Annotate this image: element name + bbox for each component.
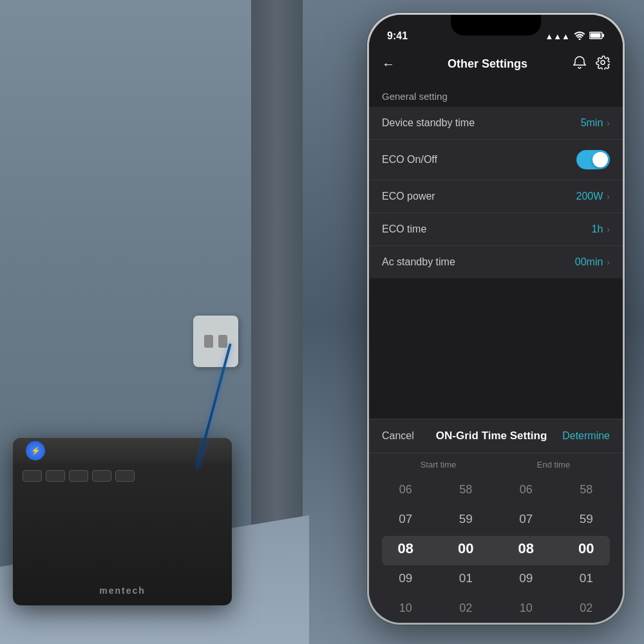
start-time-label: Start time bbox=[382, 460, 495, 469]
phone-inner: 9:41 ▲▲▲ bbox=[369, 15, 623, 623]
start-min-58: 58 bbox=[436, 475, 497, 504]
start-hour-06: 06 bbox=[375, 475, 436, 504]
nav-bar: ← Other Settings bbox=[369, 47, 623, 80]
start-hour-09: 09 bbox=[375, 564, 436, 593]
ps-port bbox=[115, 470, 135, 482]
start-hour-column[interactable]: 06 07 08 09 10 bbox=[375, 475, 436, 623]
start-min-00: 00 bbox=[436, 534, 497, 564]
setting-value-eco-time: 1h bbox=[592, 223, 603, 235]
brand-label: mentech bbox=[99, 585, 146, 596]
cancel-button[interactable]: Cancel bbox=[382, 430, 421, 442]
status-icons: ▲▲▲ bbox=[545, 31, 605, 42]
start-min-01: 01 bbox=[436, 564, 497, 593]
sheet-title: ON-Grid Time Setting bbox=[421, 430, 562, 442]
end-min-58: 58 bbox=[556, 475, 617, 504]
page-title: Other Settings bbox=[402, 57, 573, 71]
end-min-01: 01 bbox=[556, 564, 617, 593]
setting-value-eco-power: 200W bbox=[576, 191, 603, 202]
end-min-59: 59 bbox=[556, 504, 617, 534]
section-title: General setting bbox=[382, 91, 448, 102]
sheet-header: Cancel ON-Grid Time Setting Determine bbox=[369, 419, 623, 453]
ps-body bbox=[13, 464, 232, 488]
settings-icon[interactable] bbox=[596, 55, 610, 73]
toggle-knob bbox=[592, 152, 608, 167]
back-button[interactable]: ← bbox=[382, 57, 395, 71]
determine-button[interactable]: Determine bbox=[562, 430, 610, 442]
battery-icon bbox=[589, 32, 605, 41]
outlet-holes bbox=[204, 335, 227, 348]
setting-value-ac-standby: 00min bbox=[575, 256, 603, 268]
chevron-icon-ac-standby: › bbox=[607, 257, 610, 267]
phone-frame: 9:41 ▲▲▲ bbox=[367, 13, 625, 625]
end-hour-08: 08 bbox=[496, 534, 556, 564]
start-hour-10: 10 bbox=[375, 593, 436, 623]
setting-label-eco-toggle: ECO On/Off bbox=[382, 154, 576, 166]
end-hour-column[interactable]: 06 07 08 09 10 bbox=[496, 475, 556, 623]
nav-icons bbox=[573, 55, 610, 73]
end-minute-column[interactable]: 58 59 00 01 02 bbox=[556, 475, 617, 623]
setting-row-ac-standby[interactable]: Ac standby time 00min › bbox=[369, 246, 623, 278]
setting-label-ac-standby: Ac standby time bbox=[382, 256, 575, 268]
eco-toggle[interactable] bbox=[576, 150, 610, 169]
chevron-icon-standby: › bbox=[607, 118, 610, 128]
start-min-59: 59 bbox=[436, 504, 497, 534]
chevron-icon-eco-time: › bbox=[607, 224, 610, 234]
svg-rect-2 bbox=[591, 33, 601, 38]
end-min-00: 00 bbox=[556, 534, 617, 564]
screen-content: General setting Device standby time 5min… bbox=[369, 80, 623, 623]
setting-row-eco-toggle[interactable]: ECO On/Off bbox=[369, 140, 623, 180]
settings-list: Device standby time 5min › ECO On/Off bbox=[369, 107, 623, 278]
start-min-02: 02 bbox=[436, 593, 497, 623]
start-hour-08: 08 bbox=[375, 534, 436, 564]
end-hour-09: 09 bbox=[496, 564, 556, 593]
signal-icon: ▲▲▲ bbox=[545, 32, 570, 41]
end-hour-07: 07 bbox=[496, 504, 556, 534]
end-hour-06: 06 bbox=[496, 475, 556, 504]
svg-point-3 bbox=[601, 61, 605, 64]
bottom-sheet: Cancel ON-Grid Time Setting Determine St… bbox=[369, 419, 623, 623]
notch bbox=[451, 15, 541, 35]
bell-icon[interactable] bbox=[573, 55, 587, 73]
end-time-label: End time bbox=[497, 460, 610, 469]
setting-label-eco-time: ECO time bbox=[382, 223, 592, 235]
wifi-icon bbox=[574, 31, 585, 42]
setting-row-eco-power[interactable]: ECO power 200W › bbox=[369, 180, 623, 213]
ps-port bbox=[23, 470, 42, 482]
section-header: General setting bbox=[369, 80, 623, 107]
ps-indicator: ⚡ bbox=[26, 441, 45, 460]
time-picker-area: Start time End time 06 07 bbox=[369, 453, 623, 623]
time-cols-header: Start time End time bbox=[375, 460, 616, 475]
ps-port bbox=[92, 470, 111, 482]
outlet-hole-right bbox=[218, 335, 227, 348]
outlet-hole-left bbox=[204, 335, 213, 348]
setting-row-eco-time[interactable]: ECO time 1h › bbox=[369, 213, 623, 246]
end-min-02: 02 bbox=[556, 593, 617, 623]
setting-value-standby: 5min bbox=[581, 117, 603, 129]
time-picker-grid[interactable]: 06 07 08 09 10 58 59 bbox=[375, 475, 616, 623]
ps-port bbox=[69, 470, 88, 482]
time-picker-wrapper: 06 07 08 09 10 58 59 bbox=[375, 475, 616, 623]
ps-port bbox=[46, 470, 65, 482]
setting-row-standby[interactable]: Device standby time 5min › bbox=[369, 107, 623, 140]
status-time: 9:41 bbox=[387, 30, 408, 42]
phone-container: 9:41 ▲▲▲ bbox=[367, 13, 625, 625]
setting-label-eco-power: ECO power bbox=[382, 191, 576, 202]
setting-label-standby: Device standby time bbox=[382, 117, 581, 129]
start-hour-07: 07 bbox=[375, 504, 436, 534]
start-minute-column[interactable]: 58 59 00 01 02 bbox=[436, 475, 497, 623]
chevron-icon-eco-power: › bbox=[607, 191, 610, 202]
end-hour-10: 10 bbox=[496, 593, 556, 623]
ps-ports bbox=[23, 470, 222, 482]
svg-rect-1 bbox=[603, 34, 605, 37]
phone-screen: 9:41 ▲▲▲ bbox=[369, 15, 623, 623]
wall-outlet bbox=[193, 316, 238, 367]
